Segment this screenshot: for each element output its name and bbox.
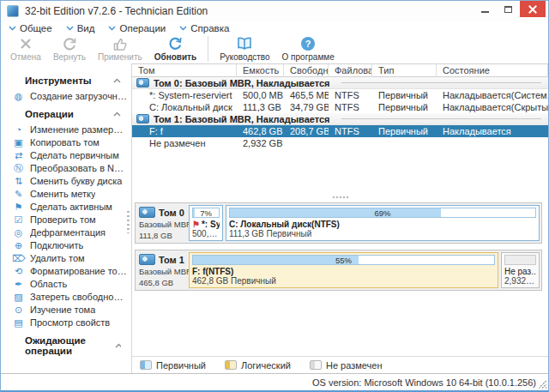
close-button[interactable]	[520, 1, 546, 17]
sidebar-item-format-volume[interactable]: ⟲ Форматирование тома	[1, 264, 131, 277]
partition-details: 500,0 MB	[192, 229, 220, 238]
disk-icon	[136, 78, 149, 87]
cell-free: 208,7 GB	[284, 125, 329, 137]
sidebar-item-resize-move[interactable]: ◔ Изменение размера/пере...	[1, 123, 131, 136]
usage-percent: 69%	[230, 208, 535, 217]
partition-unallocated[interactable]: Не раз... 2,932 GB	[501, 252, 540, 288]
sidebar-item-area[interactable]: ✒ Область	[1, 277, 131, 290]
disk-group-label: Том 1: Базовый MBR, Накладывается	[154, 114, 330, 124]
cell-capacity: 111,3 GB	[237, 101, 284, 113]
partition-label: C: Локальный диск(NTFS)	[229, 220, 340, 229]
partition-details: 111,3 GB Первичный	[229, 229, 536, 238]
cell-volume: Не размечен	[132, 137, 237, 149]
change-drive-letter-icon: ⇅	[12, 176, 25, 186]
svg-text:?: ?	[305, 39, 311, 49]
chevron-down-icon	[108, 26, 116, 31]
chevron-down-icon	[9, 26, 16, 31]
explore-volume-icon: ⊙	[12, 305, 25, 315]
column-header-volume[interactable]: Том	[132, 64, 237, 77]
chevron-up-icon	[113, 78, 121, 83]
sidebar-item-wipe-free-space[interactable]: ▨ Затереть свободное место	[1, 290, 131, 303]
redo-button[interactable]: Вернуть	[47, 34, 92, 63]
sidebar-item-explore-volume[interactable]: ⊙ Изучение тома	[1, 303, 131, 316]
splitter-dots-icon	[333, 196, 335, 198]
resize-grip[interactable]	[538, 380, 546, 389]
sidebar-item-copy-volume[interactable]: ▣ Копировать том	[1, 136, 131, 148]
sidebar-item-convert-ntfs[interactable]: Ⓝ Преобразовать в NTFS	[1, 161, 131, 174]
cell-volume: F: f	[132, 125, 237, 137]
sidebar-section-pending-operations[interactable]: Ожидающие операции	[1, 329, 131, 359]
primary-swatch-icon	[140, 360, 152, 370]
undo-button[interactable]: Отмена	[4, 34, 47, 63]
menu-general[interactable]: Общее	[9, 23, 52, 33]
menu-view[interactable]: Вид	[66, 23, 95, 33]
table-row-f-drive[interactable]: F: f 462,8 GB 208,7 GB NTFS Первичный На…	[132, 125, 548, 137]
column-header-status[interactable]: Состояние	[437, 64, 548, 77]
sidebar-item-delete-volume[interactable]: ⌦ Удалить том	[1, 251, 131, 264]
status-bar: OS version: Microsoft Windows 10 64-bit …	[1, 373, 548, 390]
column-header-free[interactable]: Свободно	[284, 64, 329, 77]
maximize-button[interactable]	[497, 1, 520, 17]
menu-operations[interactable]: Операции	[108, 23, 166, 33]
about-button[interactable]: ? О программе	[276, 34, 341, 63]
disk-group-row-0[interactable]: Том 0: Базовый MBR, Накладывается	[132, 77, 548, 89]
sidebar-item-label: Форматирование тома	[30, 266, 128, 276]
sidebar-item-change-label[interactable]: ✎ Сменить метку	[1, 187, 131, 200]
minimize-button[interactable]	[474, 1, 497, 17]
sidebar-item-label: Подключить	[30, 240, 83, 250]
partition-legend: Первичный Логический Не размечен	[132, 356, 548, 373]
empty-space	[132, 297, 548, 356]
partition-details: 2,932 GB	[504, 276, 536, 286]
toolbar-label: Руководство	[220, 52, 269, 62]
sidebar-item-change-drive-letter[interactable]: ⇅ Сменить букву диска	[1, 174, 131, 187]
legend-primary: Первичный	[140, 360, 206, 371]
unallocated-swatch-icon	[310, 360, 322, 370]
sidebar-item-attach[interactable]: ⊕ Подключить	[1, 238, 131, 251]
sidebar-item-check-volume[interactable]: ☑ Проверить том	[1, 213, 131, 226]
toolbar-label: О программе	[282, 52, 335, 62]
column-header-filesystem[interactable]: Файловая...	[329, 64, 372, 77]
partition-details: 462,8 GB Первичный	[192, 276, 495, 286]
cell-type: Первичный	[372, 101, 437, 113]
sidebar-item-label: Сделать активным	[30, 202, 112, 212]
table-row-unallocated[interactable]: Не размечен 2,932 GB	[132, 137, 548, 149]
disk-info-0[interactable]: Том 0 Базовый MBR 111,8 GB	[137, 205, 186, 241]
sidebar-item-view-properties[interactable]: ▤ Просмотр свойств	[1, 316, 131, 329]
toolbar: Отмена Вернуть Применить Обновить Руков	[1, 34, 548, 63]
sidebar-item-create-bootable-media[interactable]: ◍ Создание загрузочного но...	[1, 89, 131, 102]
sidebar-item-make-primary[interactable]: ⇄ Сделать первичным	[1, 148, 131, 161]
legend-logical: Логический	[225, 360, 291, 371]
partition-c-drive[interactable]: 69% C: Локальный диск(NTFS) 111,3 GB Пер…	[226, 205, 540, 241]
column-header-type[interactable]: Тип	[372, 64, 437, 77]
sidebar-splitter-handle[interactable]	[127, 211, 130, 233]
guide-button[interactable]: Руководство	[214, 34, 275, 63]
sidebar-item-label: Изменение размера/пере...	[30, 124, 128, 135]
column-header-capacity[interactable]: Емкость	[237, 64, 284, 77]
disk-info-1[interactable]: Том 1 Базовый MBR 465,8 GB	[137, 252, 186, 288]
disk-group-label: Том 0: Базовый MBR, Накладывается	[154, 78, 330, 88]
table-row-system-reserviert[interactable]: *: System-reserviert 500,0 MB 465,5 MB N…	[132, 89, 548, 101]
sidebar-section-operations[interactable]: Операции	[1, 102, 131, 123]
section-title: Операции	[25, 109, 74, 119]
cell-filesystem: NTFS	[329, 125, 372, 137]
group-divider-line	[341, 118, 541, 119]
sidebar-item-defragment[interactable]: ◎ Дефрагментация	[1, 226, 131, 238]
sidebar-section-tools[interactable]: Инструменты	[1, 69, 131, 89]
menu-help[interactable]: Справка	[179, 23, 229, 33]
disk-group-row-1[interactable]: Том 1: Базовый MBR, Накладывается	[132, 113, 548, 125]
sidebar-item-set-active[interactable]: ⚑ Сделать активным	[1, 200, 131, 213]
legend-label: Первичный	[156, 360, 206, 371]
sidebar-item-label: Сделать первичным	[30, 150, 119, 160]
refresh-button[interactable]: Обновить	[148, 34, 202, 63]
cell-volume: C: Локальный диск	[132, 101, 237, 113]
partition-system-reserviert[interactable]: 7% ⚑*: Sy... 500,0 MB	[189, 205, 223, 241]
table-panel-splitter[interactable]	[132, 192, 548, 202]
partition-f-drive-selected[interactable]: 55% F: f(NTFS) 462,8 GB Первичный	[189, 252, 498, 288]
apply-button[interactable]: Применить	[92, 34, 148, 63]
table-row-c-drive[interactable]: C: Локальный диск 111,3 GB 34,79 GB NTFS…	[132, 101, 548, 113]
disk-panel-1: Том 1 Базовый MBR 465,8 GB 55% F: f(NTFS…	[135, 250, 542, 291]
sidebar-item-label: Дефрагментация	[30, 227, 106, 238]
sidebar-item-label: Создание загрузочного но...	[30, 91, 128, 101]
chevron-up-icon	[113, 112, 121, 117]
group-divider-line	[341, 82, 541, 83]
